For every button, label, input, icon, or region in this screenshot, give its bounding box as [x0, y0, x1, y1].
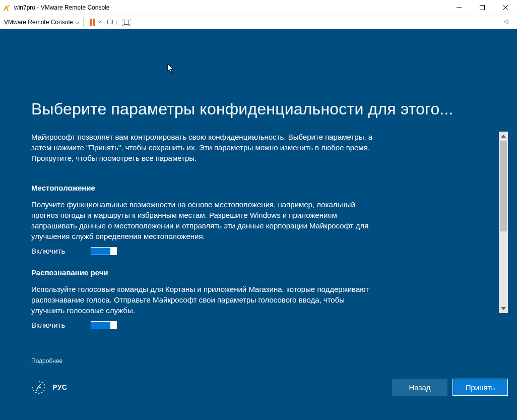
guest-display[interactable]: Выберите параметры конфиденциальности дл…	[0, 29, 517, 420]
window-controls	[447, 0, 517, 15]
svg-rect-5	[124, 20, 128, 24]
toggle-state-label: Включить	[31, 321, 69, 329]
vmrc-app-icon	[3, 4, 11, 12]
scroll-down-button[interactable]	[499, 304, 508, 313]
input-language-label: РУС	[52, 383, 67, 391]
privacy-scroll-region: Майкрософт позволяет вам контролировать …	[31, 132, 508, 329]
intro-text: Майкрософт позволяет вам контролировать …	[31, 132, 374, 163]
close-button[interactable]	[494, 0, 517, 15]
send-ctrl-alt-del-button[interactable]	[105, 17, 118, 28]
setting-description: Получите функциональные возможности на о…	[31, 199, 374, 242]
page-title: Выберите параметры конфиденциальности дл…	[31, 100, 508, 118]
window-title: win7pro - VMware Remote Console	[14, 4, 109, 11]
ease-of-access-icon	[31, 380, 46, 395]
pause-button[interactable]	[88, 17, 103, 28]
vmrc-menu-dropdown[interactable]: VMware Remote Console	[4, 19, 79, 26]
bottom-row: РУС Назад Принять	[31, 379, 508, 396]
scroll-thumb[interactable]	[500, 141, 507, 231]
setting-location: Местоположение Получите функциональные в…	[31, 184, 494, 255]
chevron-down-icon	[75, 19, 79, 26]
toggle-row: Включить	[31, 321, 494, 329]
setting-title: Распознавание речи	[31, 268, 494, 277]
pin-toolbar-button[interactable]	[502, 19, 513, 26]
vmrc-toolbar: VMware Remote Console	[0, 15, 517, 29]
svg-rect-3	[107, 20, 112, 24]
scroll-up-button[interactable]	[499, 132, 508, 141]
scrollbar[interactable]	[499, 132, 508, 313]
window-titlebar: win7pro - VMware Remote Console	[0, 0, 517, 15]
scroll-track[interactable]	[499, 141, 508, 304]
fullscreen-button[interactable]	[120, 17, 133, 28]
menu-label-rest: Mware Remote Console	[8, 19, 73, 26]
back-button[interactable]: Назад	[392, 379, 447, 396]
maximize-button[interactable]	[471, 0, 494, 15]
ease-of-access-button[interactable]: РУС	[31, 380, 67, 395]
location-toggle[interactable]	[91, 247, 117, 255]
svg-rect-1	[90, 19, 92, 26]
windows-oobe-screen: Выберите параметры конфиденциальности дл…	[0, 29, 517, 420]
setting-description: Используйте голосовые команды для Кортан…	[31, 284, 374, 316]
toggle-row: Включить	[31, 247, 494, 255]
svg-rect-4	[111, 21, 116, 25]
cursor-icon	[167, 64, 174, 76]
toggle-state-label: Включить	[31, 247, 69, 255]
learn-more-link[interactable]: Подробнее	[31, 357, 62, 365]
setting-title: Местоположение	[31, 184, 494, 192]
svg-rect-0	[480, 5, 485, 10]
setting-speech: Распознавание речи Используйте голосовые…	[31, 268, 494, 329]
separator	[83, 18, 84, 27]
minimize-button[interactable]	[447, 0, 471, 15]
svg-rect-2	[93, 19, 95, 26]
accept-button[interactable]: Принять	[453, 379, 508, 396]
menu-mnemonic: V	[4, 19, 8, 26]
speech-toggle[interactable]	[91, 321, 117, 329]
